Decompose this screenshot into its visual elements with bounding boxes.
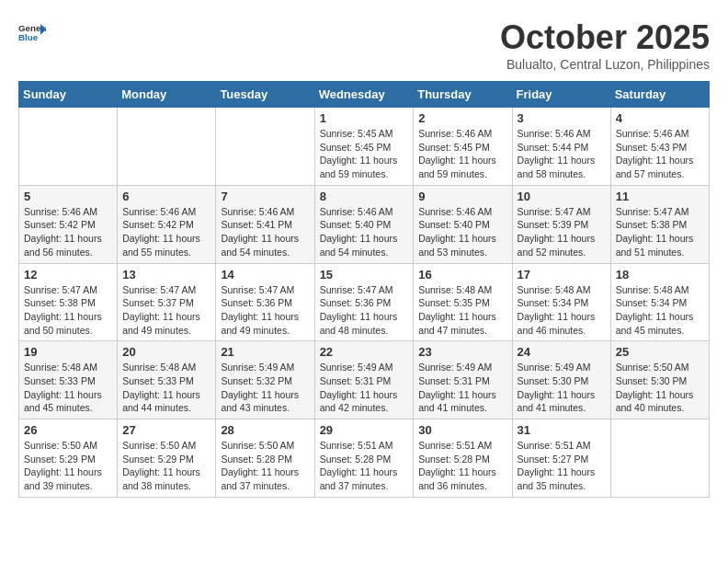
day-info: Sunrise: 5:46 AM Sunset: 5:40 PM Dayligh… xyxy=(418,205,506,259)
weekday-friday: Friday xyxy=(512,82,610,108)
calendar-cell xyxy=(610,419,709,498)
weekday-header-row: SundayMondayTuesdayWednesdayThursdayFrid… xyxy=(19,82,710,108)
calendar-cell: 18Sunrise: 5:48 AM Sunset: 5:34 PM Dayli… xyxy=(610,263,709,341)
day-info: Sunrise: 5:46 AM Sunset: 5:43 PM Dayligh… xyxy=(616,127,704,181)
day-number: 20 xyxy=(122,345,210,359)
day-info: Sunrise: 5:46 AM Sunset: 5:42 PM Dayligh… xyxy=(122,205,210,259)
calendar-cell xyxy=(118,108,216,186)
weekday-saturday: Saturday xyxy=(610,82,709,108)
day-number: 8 xyxy=(320,190,409,203)
calendar-cell: 9Sunrise: 5:46 AM Sunset: 5:40 PM Daylig… xyxy=(414,185,512,263)
calendar-cell: 21Sunrise: 5:49 AM Sunset: 5:32 PM Dayli… xyxy=(216,341,314,419)
calendar-cell: 28Sunrise: 5:50 AM Sunset: 5:28 PM Dayli… xyxy=(216,419,314,498)
logo: General Blue xyxy=(18,18,46,46)
day-number: 9 xyxy=(418,190,506,203)
calendar-cell: 22Sunrise: 5:49 AM Sunset: 5:31 PM Dayli… xyxy=(314,341,414,419)
day-number: 21 xyxy=(221,345,309,359)
day-number: 7 xyxy=(221,190,309,203)
calendar-cell: 10Sunrise: 5:47 AM Sunset: 5:39 PM Dayli… xyxy=(512,185,610,263)
calendar-cell: 24Sunrise: 5:49 AM Sunset: 5:30 PM Dayli… xyxy=(512,341,610,419)
day-info: Sunrise: 5:51 AM Sunset: 5:28 PM Dayligh… xyxy=(320,439,409,493)
day-info: Sunrise: 5:50 AM Sunset: 5:29 PM Dayligh… xyxy=(24,439,112,493)
calendar-cell: 4Sunrise: 5:46 AM Sunset: 5:43 PM Daylig… xyxy=(610,108,709,186)
day-number: 3 xyxy=(518,111,606,125)
day-info: Sunrise: 5:48 AM Sunset: 5:33 PM Dayligh… xyxy=(122,361,210,415)
calendar-cell: 5Sunrise: 5:46 AM Sunset: 5:42 PM Daylig… xyxy=(19,185,118,263)
calendar-cell: 14Sunrise: 5:47 AM Sunset: 5:36 PM Dayli… xyxy=(216,263,314,341)
calendar-cell: 29Sunrise: 5:51 AM Sunset: 5:28 PM Dayli… xyxy=(314,419,414,498)
day-info: Sunrise: 5:51 AM Sunset: 5:27 PM Dayligh… xyxy=(518,439,606,493)
day-number: 18 xyxy=(616,268,704,282)
day-number: 22 xyxy=(320,345,409,359)
calendar-cell: 23Sunrise: 5:49 AM Sunset: 5:31 PM Dayli… xyxy=(414,341,512,419)
day-info: Sunrise: 5:47 AM Sunset: 5:39 PM Dayligh… xyxy=(518,205,606,259)
page-header: General Blue October 2025 Bulualto, Cent… xyxy=(18,18,710,72)
calendar-cell: 1Sunrise: 5:45 AM Sunset: 5:45 PM Daylig… xyxy=(314,108,414,186)
calendar-cell xyxy=(216,108,314,186)
day-info: Sunrise: 5:47 AM Sunset: 5:36 PM Dayligh… xyxy=(221,283,309,338)
day-number: 10 xyxy=(518,190,606,203)
day-info: Sunrise: 5:49 AM Sunset: 5:31 PM Dayligh… xyxy=(418,361,506,415)
day-number: 6 xyxy=(122,190,210,203)
calendar-cell: 12Sunrise: 5:47 AM Sunset: 5:38 PM Dayli… xyxy=(19,263,118,341)
calendar-table: SundayMondayTuesdayWednesdayThursdayFrid… xyxy=(18,81,710,498)
day-info: Sunrise: 5:48 AM Sunset: 5:34 PM Dayligh… xyxy=(616,283,704,338)
day-info: Sunrise: 5:45 AM Sunset: 5:45 PM Dayligh… xyxy=(320,127,409,181)
weekday-thursday: Thursday xyxy=(414,82,512,108)
day-number: 28 xyxy=(221,423,309,437)
day-info: Sunrise: 5:50 AM Sunset: 5:29 PM Dayligh… xyxy=(122,439,210,493)
calendar-cell: 15Sunrise: 5:47 AM Sunset: 5:36 PM Dayli… xyxy=(314,263,414,341)
title-block: October 2025 Bulualto, Central Luzon, Ph… xyxy=(500,18,710,72)
weekday-monday: Monday xyxy=(118,82,216,108)
location-subtitle: Bulualto, Central Luzon, Philippines xyxy=(500,57,710,72)
day-number: 26 xyxy=(24,423,112,437)
day-info: Sunrise: 5:49 AM Sunset: 5:30 PM Dayligh… xyxy=(518,361,606,415)
calendar-week-4: 19Sunrise: 5:48 AM Sunset: 5:33 PM Dayli… xyxy=(19,341,710,419)
day-number: 13 xyxy=(122,268,210,282)
calendar-cell: 11Sunrise: 5:47 AM Sunset: 5:38 PM Dayli… xyxy=(610,185,709,263)
day-info: Sunrise: 5:51 AM Sunset: 5:28 PM Dayligh… xyxy=(418,439,506,493)
day-number: 15 xyxy=(320,268,409,282)
day-info: Sunrise: 5:48 AM Sunset: 5:34 PM Dayligh… xyxy=(518,283,606,338)
calendar-week-1: 1Sunrise: 5:45 AM Sunset: 5:45 PM Daylig… xyxy=(19,108,710,186)
day-number: 19 xyxy=(24,345,112,359)
weekday-tuesday: Tuesday xyxy=(216,82,314,108)
calendar-cell: 7Sunrise: 5:46 AM Sunset: 5:41 PM Daylig… xyxy=(216,185,314,263)
day-number: 24 xyxy=(518,345,606,359)
calendar-cell: 31Sunrise: 5:51 AM Sunset: 5:27 PM Dayli… xyxy=(512,419,610,498)
calendar-cell: 19Sunrise: 5:48 AM Sunset: 5:33 PM Dayli… xyxy=(19,341,118,419)
calendar-cell: 30Sunrise: 5:51 AM Sunset: 5:28 PM Dayli… xyxy=(414,419,512,498)
day-info: Sunrise: 5:46 AM Sunset: 5:44 PM Dayligh… xyxy=(518,127,606,181)
calendar-cell: 8Sunrise: 5:46 AM Sunset: 5:40 PM Daylig… xyxy=(314,185,414,263)
calendar-cell: 20Sunrise: 5:48 AM Sunset: 5:33 PM Dayli… xyxy=(118,341,216,419)
calendar-cell: 16Sunrise: 5:48 AM Sunset: 5:35 PM Dayli… xyxy=(414,263,512,341)
calendar-week-3: 12Sunrise: 5:47 AM Sunset: 5:38 PM Dayli… xyxy=(19,263,710,341)
day-info: Sunrise: 5:50 AM Sunset: 5:28 PM Dayligh… xyxy=(221,439,309,493)
weekday-wednesday: Wednesday xyxy=(314,82,414,108)
day-info: Sunrise: 5:50 AM Sunset: 5:30 PM Dayligh… xyxy=(616,361,704,415)
day-number: 16 xyxy=(418,268,506,282)
day-number: 31 xyxy=(518,423,606,437)
day-info: Sunrise: 5:48 AM Sunset: 5:33 PM Dayligh… xyxy=(24,361,112,415)
day-number: 25 xyxy=(616,345,704,359)
calendar-cell: 13Sunrise: 5:47 AM Sunset: 5:37 PM Dayli… xyxy=(118,263,216,341)
day-info: Sunrise: 5:46 AM Sunset: 5:45 PM Dayligh… xyxy=(418,127,506,181)
logo-icon: General Blue xyxy=(18,18,46,46)
day-number: 1 xyxy=(320,111,409,125)
calendar-cell xyxy=(19,108,118,186)
day-info: Sunrise: 5:46 AM Sunset: 5:40 PM Dayligh… xyxy=(320,205,409,259)
day-info: Sunrise: 5:47 AM Sunset: 5:36 PM Dayligh… xyxy=(320,283,409,338)
day-number: 5 xyxy=(24,190,112,203)
day-info: Sunrise: 5:47 AM Sunset: 5:38 PM Dayligh… xyxy=(616,205,704,259)
day-info: Sunrise: 5:49 AM Sunset: 5:32 PM Dayligh… xyxy=(221,361,309,415)
day-number: 4 xyxy=(616,111,704,125)
day-number: 23 xyxy=(418,345,506,359)
weekday-sunday: Sunday xyxy=(19,82,118,108)
month-title: October 2025 xyxy=(500,18,710,57)
calendar-cell: 26Sunrise: 5:50 AM Sunset: 5:29 PM Dayli… xyxy=(19,419,118,498)
calendar-week-2: 5Sunrise: 5:46 AM Sunset: 5:42 PM Daylig… xyxy=(19,185,710,263)
calendar-cell: 25Sunrise: 5:50 AM Sunset: 5:30 PM Dayli… xyxy=(610,341,709,419)
day-number: 2 xyxy=(418,111,506,125)
calendar-cell: 6Sunrise: 5:46 AM Sunset: 5:42 PM Daylig… xyxy=(118,185,216,263)
day-number: 11 xyxy=(616,190,704,203)
